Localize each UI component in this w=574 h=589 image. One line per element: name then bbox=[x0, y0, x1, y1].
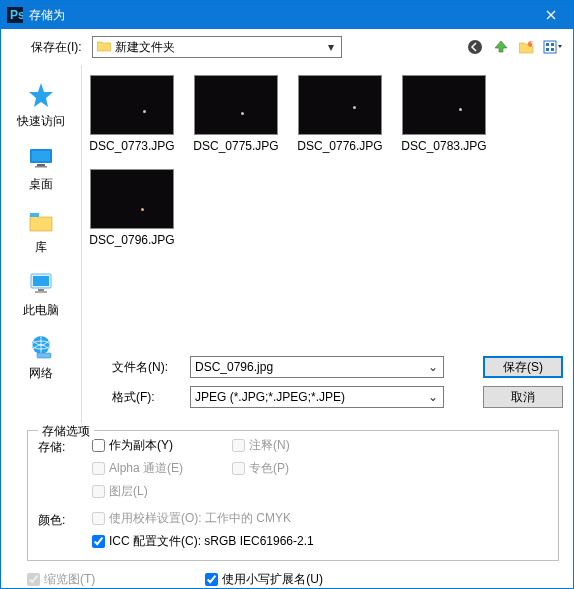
group-legend: 存储选项 bbox=[38, 423, 94, 440]
chevron-down-icon: ⌄ bbox=[425, 358, 441, 376]
sidebar-item-label: 快速访问 bbox=[17, 113, 65, 130]
chevron-down-icon: ⌄ bbox=[425, 388, 441, 406]
annotation-checkbox: 注释(N) bbox=[232, 437, 372, 454]
save-as-dialog: Ps 存储为 保存在(I): 新建文件夹 ▾ ★ bbox=[0, 0, 574, 589]
svg-rect-11 bbox=[32, 151, 50, 161]
file-name: DSC_0796.JPG bbox=[89, 233, 174, 247]
up-button[interactable] bbox=[491, 37, 511, 57]
svg-rect-16 bbox=[33, 276, 49, 286]
sidebar-quick-access[interactable]: 快速访问 bbox=[1, 75, 81, 136]
bottom-checks-row: 缩览图(T) 使用小写扩展名(U) bbox=[1, 561, 573, 588]
file-name: DSC_0783.JPG bbox=[401, 139, 486, 153]
file-item[interactable]: DSC_0775.JPG bbox=[194, 75, 278, 153]
desktop-icon bbox=[25, 142, 57, 174]
thumbnail-checkbox: 缩览图(T) bbox=[27, 571, 95, 588]
file-item[interactable]: DSC_0776.JPG bbox=[298, 75, 382, 153]
view-menu-button[interactable] bbox=[543, 37, 563, 57]
thumbnail bbox=[90, 169, 174, 229]
chevron-down-icon: ▾ bbox=[323, 39, 339, 55]
new-folder-button[interactable]: ★ bbox=[517, 37, 537, 57]
filename-label: 文件名(N): bbox=[112, 359, 182, 376]
folder-icon bbox=[97, 40, 111, 55]
sidebar-network[interactable]: 网络 bbox=[1, 327, 81, 388]
cancel-button[interactable]: 取消 bbox=[483, 386, 563, 408]
filename-value: DSC_0796.jpg bbox=[195, 360, 273, 374]
sidebar-item-label: 桌面 bbox=[29, 176, 53, 193]
sidebar-item-label: 库 bbox=[35, 239, 47, 256]
svg-text:Ps: Ps bbox=[10, 8, 23, 22]
icc-checkbox[interactable]: ICC 配置文件(C): sRGB IEC61966-2.1 bbox=[92, 533, 314, 550]
dialog-body: 快速访问 桌面 库 此电脑 bbox=[1, 65, 573, 424]
file-name: DSC_0773.JPG bbox=[89, 139, 174, 153]
location-label: 保存在(I): bbox=[31, 39, 82, 56]
filename-row: 文件名(N): DSC_0796.jpg ⌄ 保存(S) bbox=[88, 352, 567, 382]
svg-rect-13 bbox=[35, 166, 47, 168]
network-icon bbox=[25, 331, 57, 363]
filename-input[interactable]: DSC_0796.jpg ⌄ bbox=[190, 356, 444, 378]
places-sidebar: 快速访问 桌面 库 此电脑 bbox=[1, 65, 81, 424]
svg-rect-18 bbox=[35, 291, 47, 293]
location-row: 保存在(I): 新建文件夹 ▾ ★ bbox=[1, 29, 573, 65]
quick-access-icon bbox=[25, 79, 57, 111]
color-options-row: 颜色: 使用校样设置(O): 工作中的 CMYK ICC 配置文件(C): sR… bbox=[38, 510, 548, 550]
as-copy-checkbox[interactable]: 作为副本(Y) bbox=[92, 437, 232, 454]
format-row: 格式(F): JPEG (*.JPG;*.JPEG;*.JPE) ⌄ 取消 bbox=[88, 382, 567, 412]
sidebar-item-label: 此电脑 bbox=[23, 302, 59, 319]
thumbnail bbox=[298, 75, 382, 135]
format-label: 格式(F): bbox=[112, 389, 182, 406]
lowercase-ext-checkbox[interactable]: 使用小写扩展名(U) bbox=[205, 571, 323, 588]
file-item[interactable]: DSC_0783.JPG bbox=[402, 75, 486, 153]
svg-rect-21 bbox=[37, 353, 51, 358]
save-options-group: 存储选项 存储: 作为副本(Y) 注释(N) Alpha 通道(E) 专色(P)… bbox=[27, 430, 559, 561]
location-value: 新建文件夹 bbox=[115, 39, 175, 56]
svg-rect-5 bbox=[544, 41, 556, 53]
svg-rect-9 bbox=[551, 48, 554, 51]
proof-checkbox: 使用校样设置(O): 工作中的 CMYK bbox=[92, 510, 314, 527]
thumbnail bbox=[194, 75, 278, 135]
app-icon: Ps bbox=[7, 7, 23, 23]
svg-text:★: ★ bbox=[529, 40, 535, 50]
svg-rect-7 bbox=[551, 43, 554, 46]
format-combo[interactable]: JPEG (*.JPG;*.JPEG;*.JPE) ⌄ bbox=[190, 386, 444, 408]
color-section-label: 颜色: bbox=[38, 510, 92, 529]
svg-rect-12 bbox=[37, 164, 45, 166]
sidebar-desktop[interactable]: 桌面 bbox=[1, 138, 81, 199]
save-options-row: 存储: 作为副本(Y) 注释(N) Alpha 通道(E) 专色(P) 图层(L… bbox=[38, 437, 548, 500]
svg-rect-8 bbox=[546, 48, 549, 51]
file-name: DSC_0775.JPG bbox=[193, 139, 278, 153]
window-title: 存储为 bbox=[29, 7, 528, 24]
back-button[interactable] bbox=[465, 37, 485, 57]
this-pc-icon bbox=[25, 268, 57, 300]
libraries-icon bbox=[25, 205, 57, 237]
file-list[interactable]: DSC_0773.JPG DSC_0775.JPG DSC_0776.JPG D… bbox=[88, 71, 567, 352]
location-combo[interactable]: 新建文件夹 ▾ bbox=[92, 36, 342, 58]
svg-point-2 bbox=[468, 40, 482, 54]
titlebar: Ps 存储为 bbox=[1, 1, 573, 29]
svg-rect-6 bbox=[546, 43, 549, 46]
sidebar-libraries[interactable]: 库 bbox=[1, 201, 81, 262]
file-item[interactable]: DSC_0773.JPG bbox=[90, 75, 174, 153]
close-button[interactable] bbox=[528, 1, 573, 29]
svg-rect-17 bbox=[38, 289, 44, 291]
spot-checkbox: 专色(P) bbox=[232, 460, 372, 477]
sidebar-this-pc[interactable]: 此电脑 bbox=[1, 264, 81, 325]
format-value: JPEG (*.JPG;*.JPEG;*.JPE) bbox=[195, 390, 345, 404]
svg-rect-14 bbox=[30, 213, 39, 217]
nav-toolbar: ★ bbox=[465, 37, 563, 57]
alpha-checkbox: Alpha 通道(E) bbox=[92, 460, 232, 477]
file-item[interactable]: DSC_0796.JPG bbox=[90, 169, 174, 247]
save-button[interactable]: 保存(S) bbox=[483, 356, 563, 378]
thumbnail bbox=[90, 75, 174, 135]
main-pane: DSC_0773.JPG DSC_0775.JPG DSC_0776.JPG D… bbox=[81, 65, 573, 424]
file-name: DSC_0776.JPG bbox=[297, 139, 382, 153]
sidebar-item-label: 网络 bbox=[29, 365, 53, 382]
thumbnail bbox=[402, 75, 486, 135]
layers-checkbox: 图层(L) bbox=[92, 483, 232, 500]
